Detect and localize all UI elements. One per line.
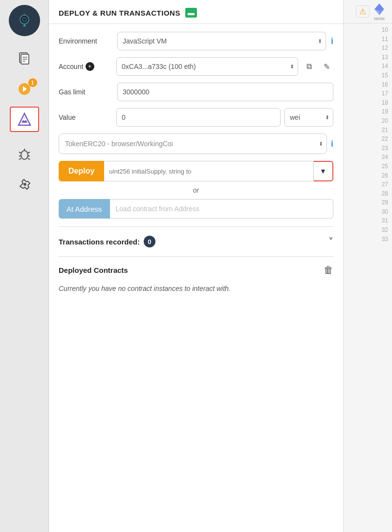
environment-label: Environment (59, 37, 112, 45)
svg-line-17 (28, 152, 30, 153)
gas-limit-label: Gas limit (59, 88, 112, 96)
deploy-icon (17, 112, 32, 127)
line-30: 30 (348, 207, 388, 217)
line-32: 32 (348, 225, 388, 235)
deploy-params: uint256 initialSupply, string to (104, 161, 314, 181)
svg-line-21 (28, 158, 30, 159)
right-panel-top: ⚠ remix (344, 0, 392, 23)
at-address-input[interactable] (110, 199, 333, 219)
value-label: Value (59, 113, 112, 121)
svg-point-22 (23, 183, 26, 186)
contract-select[interactable]: TokenERC20 - browser/WorkingCoi (59, 133, 327, 154)
deploy-button[interactable]: Deploy (59, 161, 104, 181)
at-address-button[interactable]: At Address (59, 199, 110, 219)
line-16: 16 (348, 80, 388, 89)
deploy-dropdown-button[interactable]: ▼ (314, 161, 333, 181)
value-input-wrap (116, 108, 281, 127)
panel-body: Environment JavaScript VM ⬍ i Account + … (49, 24, 343, 532)
unit-select[interactable]: wei gwei finney ether (284, 108, 333, 127)
section-divider-1 (59, 226, 333, 227)
sidebar: 1 (0, 0, 49, 532)
environment-info-icon[interactable]: i (331, 36, 333, 46)
svg-point-1 (22, 18, 26, 22)
line-numbers: 10 11 12 13 14 15 16 17 18 19 20 21 22 2… (344, 23, 392, 532)
contract-info-icon[interactable]: i (331, 139, 333, 149)
files-icon (17, 51, 32, 66)
deployed-empty-text: Currently you have no contract instances… (59, 280, 333, 298)
section-divider-2 (59, 256, 333, 257)
deploy-row: Deploy uint256 initialSupply, string to … (59, 161, 333, 181)
line-25: 25 (348, 162, 388, 171)
compile-badge: 1 (28, 78, 37, 87)
sidebar-item-debug[interactable] (10, 142, 39, 167)
line-22: 22 (348, 134, 388, 144)
line-23: 23 (348, 144, 388, 153)
bug-icon (17, 147, 32, 162)
deployed-contracts-title: Deployed Contracts (59, 266, 128, 274)
line-29: 29 (348, 198, 388, 207)
warning-badge: ⚠ (356, 5, 370, 18)
sidebar-item-plugin[interactable] (10, 172, 39, 198)
line-14: 14 (348, 62, 388, 71)
line-15: 15 (348, 71, 388, 80)
transactions-count-badge: 0 (144, 236, 155, 247)
account-label: Account + (59, 62, 112, 71)
environment-select-wrapper[interactable]: JavaScript VM ⬍ (117, 32, 326, 50)
sidebar-item-files[interactable] (10, 46, 39, 71)
environment-select[interactable]: JavaScript VM (117, 32, 326, 50)
transactions-row: Transactions recorded: 0 ˅ (59, 231, 333, 252)
line-24: 24 (348, 153, 388, 162)
transactions-label: Transactions recorded: 0 (59, 236, 155, 247)
sidebar-item-deploy[interactable] (10, 107, 39, 132)
line-11: 11 (348, 35, 388, 44)
trash-icon[interactable]: 🗑 (324, 265, 333, 276)
line-28: 28 (348, 189, 388, 199)
remix-logo (9, 5, 40, 36)
line-13: 13 (348, 53, 388, 62)
or-divider: or (59, 186, 333, 194)
value-row: Value wei gwei finney ether ⬍ (59, 108, 333, 127)
line-27: 27 (348, 180, 388, 189)
at-address-row: At Address (59, 199, 333, 219)
deployed-contracts-section: Deployed Contracts 🗑 Currently you have … (59, 261, 333, 298)
account-row: Account + 0xCA3...a733c (100 eth) ⬍ ⧉ ✎ (59, 57, 333, 76)
line-20: 20 (348, 116, 388, 126)
line-12: 12 (348, 44, 388, 53)
line-31: 31 (348, 216, 388, 225)
copy-icon[interactable]: ⧉ (302, 60, 316, 73)
line-10: 10 (348, 25, 388, 35)
value-input[interactable] (116, 108, 281, 127)
warning-triangle-icon: ⚠ (359, 7, 366, 16)
remix-label: remix (374, 16, 385, 21)
edit-icon[interactable]: ✎ (320, 60, 333, 73)
gas-limit-input[interactable] (117, 83, 333, 101)
line-21: 21 (348, 126, 388, 135)
add-account-icon[interactable]: + (86, 62, 94, 71)
remix-logo-icon (17, 13, 32, 28)
deploy-chevron-down-icon: ▼ (320, 167, 327, 175)
contract-select-wrapper[interactable]: TokenERC20 - browser/WorkingCoi ⬍ (59, 133, 327, 154)
remix-logo-right: remix (372, 2, 386, 21)
unit-select-wrapper[interactable]: wei gwei finney ether ⬍ (284, 108, 333, 127)
line-19: 19 (348, 107, 388, 116)
svg-line-16 (19, 152, 21, 153)
line-17: 17 (348, 89, 388, 98)
svg-point-13 (23, 118, 26, 121)
line-18: 18 (348, 98, 388, 108)
account-select-wrapper[interactable]: 0xCA3...a733c (100 eth) ⬍ (116, 57, 298, 76)
record-icon: ▬ (185, 8, 197, 18)
plugin-icon (17, 177, 32, 192)
transactions-chevron-icon[interactable]: ˅ (328, 236, 333, 247)
main-panel: DEPLOY & RUN TRANSACTIONS ▬ Environment … (49, 0, 343, 532)
ethereum-diamond-icon (372, 2, 386, 16)
environment-row: Environment JavaScript VM ⬍ i (59, 32, 333, 50)
svg-line-20 (19, 158, 21, 159)
line-26: 26 (348, 171, 388, 180)
deployed-header: Deployed Contracts 🗑 (59, 261, 333, 280)
line-33: 33 (348, 235, 388, 244)
page-title: DEPLOY & RUN TRANSACTIONS (59, 9, 180, 17)
account-select[interactable]: 0xCA3...a733c (100 eth) (116, 57, 298, 76)
sidebar-item-compile[interactable]: 1 (10, 76, 39, 102)
right-panel: ⚠ remix 10 11 12 13 14 15 16 17 18 19 20… (343, 0, 392, 532)
gas-limit-row: Gas limit (59, 83, 333, 101)
